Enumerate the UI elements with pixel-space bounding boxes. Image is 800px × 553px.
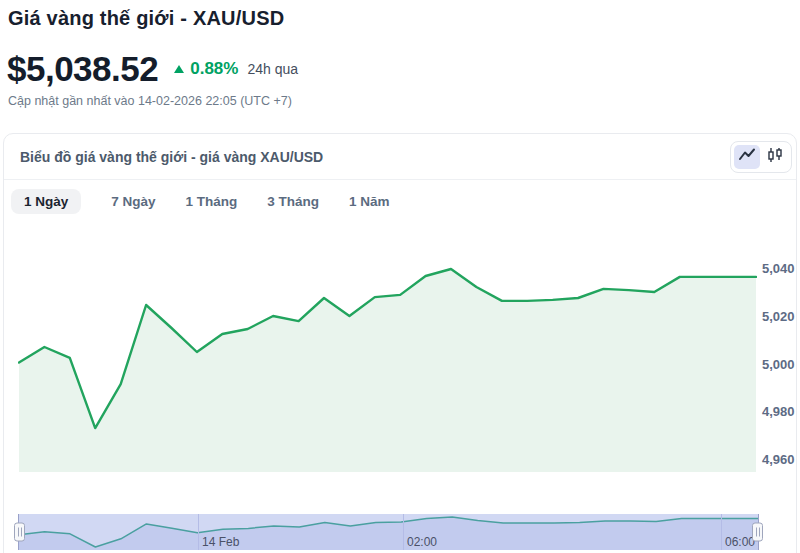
time-range-tabs: 1 Ngày 7 Ngày 1 Tháng 3 Tháng 1 Năm xyxy=(4,180,796,214)
price-area-chart[interactable] xyxy=(18,227,757,472)
chart-card: Biểu đồ giá vàng thế giới - giá vàng XAU… xyxy=(3,133,797,553)
navigator-gridline xyxy=(198,514,199,550)
line-chart-toggle-button[interactable] xyxy=(734,145,760,169)
y-axis-tick: 5,040 xyxy=(762,260,800,278)
navigator-gridline xyxy=(403,514,404,550)
price-change-percent: 0.88% xyxy=(190,59,238,79)
last-updated-text: Cập nhật gần nhất vào 14-02-2026 22:05 (… xyxy=(8,94,800,108)
candlestick-icon xyxy=(766,146,784,167)
gold-price-page: Giá vàng thế giới - XAU/USD $5,038.52 0.… xyxy=(0,7,800,553)
tab-1-thang[interactable]: 1 Tháng xyxy=(186,189,238,214)
navigator-time-label: 06:00 xyxy=(725,535,755,549)
candlestick-chart-toggle-button[interactable] xyxy=(762,145,788,169)
chart-card-header: Biểu đồ giá vàng thế giới - giá vàng XAU… xyxy=(4,134,796,180)
tab-7-ngay[interactable]: 7 Ngày xyxy=(111,189,155,214)
chart-range-navigator[interactable]: 14 Feb 02:00 06:00 xyxy=(18,514,759,550)
navigator-right-handle[interactable] xyxy=(752,523,763,542)
tab-3-thang[interactable]: 3 Tháng xyxy=(267,189,319,214)
line-chart-icon xyxy=(738,146,756,167)
up-arrow-icon xyxy=(174,65,184,73)
y-axis-tick: 5,000 xyxy=(762,356,800,374)
tab-1-ngay[interactable]: 1 Ngày xyxy=(11,189,81,214)
chart-area-fill xyxy=(19,269,756,472)
price-row: $5,038.52 0.88% 24h qua xyxy=(7,51,800,86)
navigator-time-label: 14 Feb xyxy=(202,535,239,549)
chart-card-title: Biểu đồ giá vàng thế giới - giá vàng XAU… xyxy=(20,149,323,165)
y-axis-tick: 4,960 xyxy=(762,451,800,469)
navigator-gridline xyxy=(721,514,722,550)
y-axis-tick: 4,980 xyxy=(762,403,800,421)
y-axis-tick: 5,020 xyxy=(762,308,800,326)
chart-type-toggle xyxy=(730,141,792,173)
navigator-time-label: 02:00 xyxy=(407,535,437,549)
change-period-label: 24h qua xyxy=(247,61,298,77)
navigator-left-handle[interactable] xyxy=(14,523,25,542)
current-price: $5,038.52 xyxy=(7,51,158,86)
tab-1-nam[interactable]: 1 Năm xyxy=(349,189,390,214)
page-title: Giá vàng thế giới - XAU/USD xyxy=(8,7,800,30)
